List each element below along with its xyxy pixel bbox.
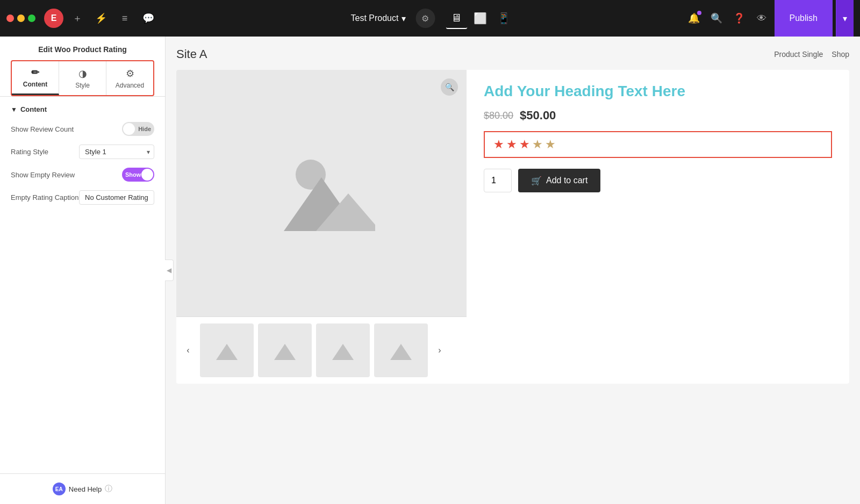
cart-row: 🛒 Add to cart (484, 169, 832, 192)
content-section-header[interactable]: ▼ Content (11, 105, 154, 113)
section-title: Content (20, 105, 47, 113)
thumbnails-row: ‹ (176, 317, 467, 384)
gear-icon: ⚙ (126, 68, 134, 80)
topbar: E ＋ ⚡ ≡ 💬 Test Product ▾ ⚙ 🖥 ⬜ 📱 🔔 🔍 ❓ 👁… (0, 0, 860, 37)
canvas-topbar: Site A Product Single Shop (176, 47, 849, 61)
star-3: ★ (519, 138, 530, 152)
need-help-section[interactable]: EA Need Help ⓘ (0, 473, 165, 504)
placeholder-image-svg (268, 145, 375, 242)
desktop-view-btn[interactable]: 🖥 (446, 8, 467, 29)
tab-style-label: Style (75, 82, 90, 89)
add-widget-icon[interactable]: ＋ (68, 9, 87, 28)
chevron-down-icon: ▾ (402, 13, 406, 24)
layers-icon[interactable]: ≡ (115, 9, 134, 28)
thumbnail-4[interactable] (374, 323, 428, 377)
empty-rating-caption-input[interactable]: No Customer Rating (79, 190, 154, 205)
rating-style-row: Rating Style Style 1 Style 2 Style 3 ▾ (11, 145, 154, 159)
publish-options-button[interactable]: ▾ (836, 0, 854, 37)
style-icon: ◑ (78, 68, 87, 80)
thumb-svg-3 (329, 339, 356, 363)
thumb-svg-2 (271, 339, 298, 363)
publish-button[interactable]: Publish (775, 0, 833, 37)
tablet-view-btn[interactable]: ⬜ (469, 8, 491, 29)
search-icon[interactable]: 🔍 (707, 9, 726, 28)
svg-marker-3 (216, 344, 238, 360)
next-thumb-btn[interactable]: › (432, 343, 447, 358)
rating-style-select[interactable]: Style 1 Style 2 Style 3 (79, 145, 154, 159)
sidebar-content: ▼ Content Show Review Count Hide Rating … (0, 97, 165, 473)
thumbnail-3[interactable] (316, 323, 370, 377)
show-review-count-label: Show Review Count (11, 125, 74, 133)
mobile-view-btn[interactable]: 📱 (493, 8, 514, 29)
settings-icon[interactable]: ⚡ (91, 9, 111, 28)
section-collapse-icon: ▼ (11, 106, 17, 113)
main-product-image: 🔍 (176, 70, 467, 317)
show-empty-review-row: Show Empty Review Show (11, 168, 154, 182)
rating-style-select-container: Style 1 Style 2 Style 3 ▾ (79, 145, 154, 159)
product-heading: Add Your Heading Text Here (484, 83, 832, 100)
star-1: ★ (493, 138, 504, 152)
sale-price: $50.00 (520, 109, 556, 123)
collapse-sidebar-btn[interactable]: ◀ (165, 260, 174, 281)
zoom-icon[interactable]: 🔍 (441, 78, 458, 96)
tab-style[interactable]: ◑ Style (59, 61, 106, 95)
product-selector[interactable]: Test Product ▾ (346, 10, 412, 27)
star-4: ★ (532, 138, 543, 152)
show-review-toggle[interactable]: Hide (122, 122, 154, 136)
product-image-section: 🔍 ‹ (176, 70, 467, 384)
cart-icon: 🛒 (531, 176, 542, 186)
minimize-window-btn[interactable] (17, 15, 25, 22)
close-window-btn[interactable] (6, 15, 14, 22)
show-empty-toggle-wrap: Show (122, 168, 154, 182)
site-name: Site A (176, 47, 207, 61)
help-icon[interactable]: ❓ (729, 9, 749, 28)
help-circle-icon: ⓘ (105, 484, 112, 494)
quantity-input[interactable] (484, 169, 512, 192)
product-name: Test Product (351, 13, 399, 23)
page-settings-icon[interactable]: ⚙ (415, 9, 435, 28)
svg-marker-4 (274, 344, 296, 360)
tab-content[interactable]: ✏ Content (12, 61, 59, 95)
breadcrumb: Product Single Shop (774, 50, 849, 59)
preview-icon[interactable]: 👁 (752, 9, 771, 28)
breadcrumb-product-single[interactable]: Product Single (774, 50, 823, 59)
svg-marker-6 (390, 344, 412, 360)
topbar-center: Test Product ▾ ⚙ 🖥 ⬜ 📱 (346, 8, 515, 29)
show-empty-toggle[interactable]: Show (122, 168, 154, 182)
sidebar: Edit Woo Product Rating ✏ Content ◑ Styl… (0, 37, 166, 504)
add-to-cart-button[interactable]: 🛒 Add to cart (518, 169, 600, 192)
tabs-row: ✏ Content ◑ Style ⚙ Advanced (11, 60, 154, 96)
add-to-cart-label: Add to cart (546, 176, 587, 185)
original-price: $80.00 (484, 110, 513, 121)
thumb-svg-4 (388, 339, 414, 363)
toggle-knob-show (141, 169, 153, 181)
thumbnail-1[interactable] (200, 323, 254, 377)
sidebar-header: Edit Woo Product Rating ✏ Content ◑ Styl… (0, 37, 165, 97)
notifications-icon[interactable]: 🔔 (684, 9, 704, 28)
thumbnail-2[interactable] (258, 323, 312, 377)
toggle-knob (123, 123, 135, 135)
need-help-label: Need Help (69, 485, 102, 493)
elementor-logo[interactable]: E (44, 9, 63, 28)
notification-dot (697, 11, 701, 15)
sidebar-title: Edit Woo Product Rating (11, 45, 154, 54)
prev-thumb-btn[interactable]: ‹ (181, 343, 196, 358)
star-2: ★ (506, 138, 517, 152)
product-info: Add Your Heading Text Here $80.00 $50.00… (467, 70, 849, 384)
canvas-area: Site A Product Single Shop 🔍 (166, 37, 860, 504)
empty-rating-caption-row: Empty Rating Caption No Customer Rating (11, 190, 154, 205)
maximize-window-btn[interactable] (28, 15, 35, 22)
tab-content-label: Content (23, 81, 47, 88)
thumb-svg-1 (213, 339, 240, 363)
comments-icon[interactable]: 💬 (139, 9, 158, 28)
show-review-toggle-wrap: Hide (122, 122, 154, 136)
breadcrumb-shop[interactable]: Shop (832, 50, 849, 59)
svg-marker-5 (332, 344, 354, 360)
product-canvas: 🔍 ‹ (176, 70, 849, 384)
toggle-hide-label: Hide (138, 126, 151, 132)
pencil-icon: ✏ (31, 67, 39, 78)
ea-badge: EA (53, 483, 66, 495)
tab-advanced[interactable]: ⚙ Advanced (106, 61, 153, 95)
rating-box: ★ ★ ★ ★ ★ (484, 131, 832, 158)
device-switcher: 🖥 ⬜ 📱 (446, 8, 514, 29)
